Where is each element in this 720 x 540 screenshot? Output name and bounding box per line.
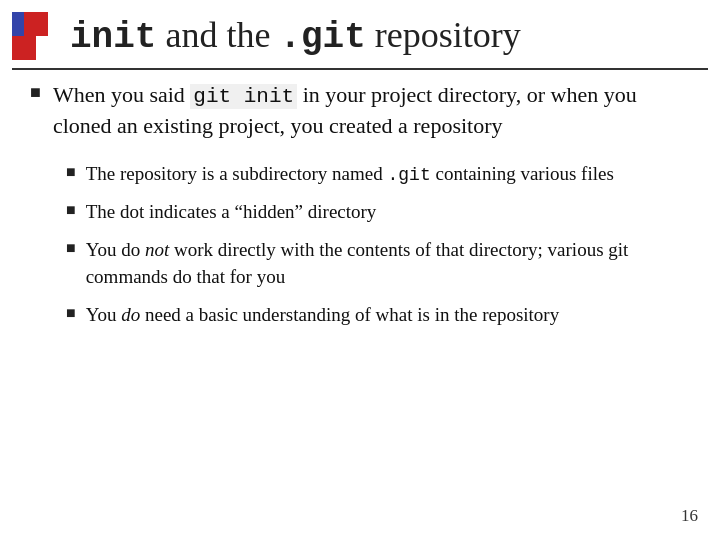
sub2-text: The dot indicates a “hidden” directory (86, 201, 377, 222)
title-init: init (70, 17, 156, 58)
sub-bullet-2-marker: ■ (66, 201, 76, 219)
slide-content: ■ When you said git init in your project… (30, 80, 700, 338)
main-inline-code: git init (190, 84, 297, 109)
sub-bullet-1-marker: ■ (66, 163, 76, 181)
title-dotgit: .git (279, 17, 365, 58)
sub1-suffix: containing various files (431, 163, 614, 184)
sub-bullet-3-text: You do not work directly with the conten… (86, 236, 700, 291)
title-repository: repository (366, 15, 521, 55)
logo-block (12, 12, 60, 60)
title-and-the: and the (156, 15, 279, 55)
page-number: 16 (681, 506, 698, 526)
sub4-italic: do (121, 304, 140, 325)
sub-bullet-2: ■ The dot indicates a “hidden” directory (66, 198, 700, 226)
sub3-italic: not (145, 239, 169, 260)
slide-title: init and the .git repository (70, 14, 521, 58)
sub-bullet-3-marker: ■ (66, 239, 76, 257)
main-bullet: ■ When you said git init in your project… (30, 80, 700, 142)
sub-bullets-list: ■ The repository is a subdirectory named… (66, 160, 700, 328)
sub-bullet-1-text: The repository is a subdirectory named .… (86, 160, 614, 188)
sub1-prefix: The repository is a subdirectory named (86, 163, 388, 184)
sub-bullet-2-text: The dot indicates a “hidden” directory (86, 198, 377, 226)
main-bullet-text: When you said git init in your project d… (53, 80, 700, 142)
sub-bullet-4-marker: ■ (66, 304, 76, 322)
sub4-prefix: You (86, 304, 122, 325)
sub-bullet-3: ■ You do not work directly with the cont… (66, 236, 700, 291)
logo-square-red (24, 12, 48, 36)
sub4-suffix: need a basic understanding of what is in… (140, 304, 559, 325)
sub-bullet-1: ■ The repository is a subdirectory named… (66, 160, 700, 188)
sub-bullet-4-text: You do need a basic understanding of wha… (86, 301, 560, 329)
sub1-code: .git (387, 165, 430, 185)
logo-square-bottom (12, 36, 36, 60)
main-text-before: When you said (53, 82, 190, 107)
sub-bullet-4: ■ You do need a basic understanding of w… (66, 301, 700, 329)
sub3-prefix: You do (86, 239, 145, 260)
main-bullet-marker: ■ (30, 82, 41, 103)
title-divider (12, 68, 708, 70)
